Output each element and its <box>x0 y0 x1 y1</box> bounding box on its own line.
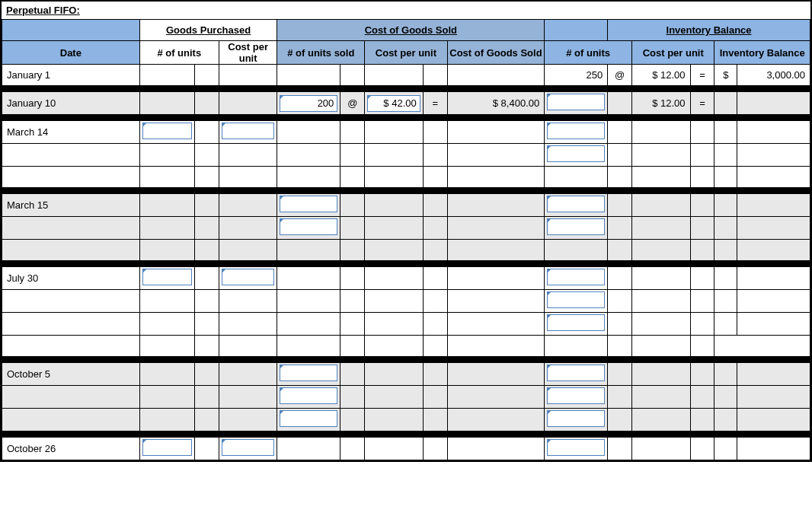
oct5-inv-units-1[interactable] <box>545 363 608 386</box>
oct26-gp-units[interactable] <box>139 438 194 460</box>
dollar-symbol: $ <box>714 65 737 86</box>
row-oct5-3 <box>2 409 810 431</box>
col-inv-cost: Cost per unit <box>632 41 714 65</box>
header-cogs: Cost of Goods Sold <box>277 20 545 41</box>
col-sold-cost: Cost per unit <box>365 41 447 65</box>
fifo-table: Goods Purchased Cost of Goods Sold Inven… <box>2 19 810 460</box>
col-gp-units: # of units <box>139 41 219 65</box>
jan10-sold-total: $ 8,400.00 <box>447 92 545 115</box>
date-jan1: January 1 <box>2 65 140 86</box>
row-mar15-2 <box>2 217 810 240</box>
oct5-inv-units-2[interactable] <box>545 386 608 409</box>
at-symbol: @ <box>608 65 632 86</box>
col-units-sold: # of units sold <box>277 41 365 65</box>
row-mar15-1: March 15 <box>2 194 810 217</box>
col-date: Date <box>2 41 140 65</box>
row-oct5-1: October 5 <box>2 363 810 386</box>
eq-symbol: = <box>690 92 714 115</box>
mar15-inv-units-1[interactable] <box>545 194 608 217</box>
jul30-inv-units-3[interactable] <box>545 313 608 336</box>
jan10-inv-units[interactable] <box>545 92 608 115</box>
mar15-sold-units-2[interactable] <box>277 217 340 240</box>
row-jul30-2 <box>2 290 810 313</box>
row-mar15-3 <box>2 240 810 261</box>
date-oct5: October 5 <box>2 363 140 386</box>
mar15-sold-units-1[interactable] <box>277 194 340 217</box>
row-mar14-1: March 14 <box>2 121 810 144</box>
oct26-gp-cost[interactable] <box>219 438 277 460</box>
jan1-inv-balance: 3,000.00 <box>737 65 810 86</box>
col-inv-units: # of units <box>545 41 632 65</box>
oct5-inv-units-3[interactable] <box>545 409 608 431</box>
oct5-sold-units-1[interactable] <box>277 363 340 386</box>
oct5-sold-units-2[interactable] <box>277 386 340 409</box>
fifo-worksheet: Perpetual FIFO: Goods Purchased Cost of … <box>0 0 812 462</box>
mar15-inv-units-2[interactable] <box>545 217 608 240</box>
col-cogs-total: Cost of Goods Sold <box>447 41 545 65</box>
date-jul30: July 30 <box>2 267 140 290</box>
col-gp-cost: Cost per unit <box>219 41 277 65</box>
at-symbol: @ <box>340 92 365 115</box>
eq-symbol: = <box>423 92 447 115</box>
header-goods-purchased: Goods Purchased <box>139 20 277 41</box>
oct5-sold-units-3[interactable] <box>277 409 340 431</box>
jan1-inv-units: 250 <box>545 65 608 86</box>
row-mar14-3 <box>2 167 810 188</box>
jul30-inv-units-2[interactable] <box>545 290 608 313</box>
date-mar14: March 14 <box>2 121 140 144</box>
header-inventory-balance: Inventory Balance <box>608 20 810 41</box>
jan1-inv-cost: $ 12.00 <box>632 65 691 86</box>
row-jul30-3 <box>2 313 810 336</box>
date-jan10: January 10 <box>2 92 140 115</box>
mar14-inv-units-2[interactable] <box>545 144 608 167</box>
jul30-gp-cost[interactable] <box>219 267 277 290</box>
jul30-inv-units-1[interactable] <box>545 267 608 290</box>
eq-symbol: = <box>690 65 714 86</box>
row-jul30-1: July 30 <box>2 267 810 290</box>
jan10-inv-cost: $ 12.00 <box>632 92 691 115</box>
date-oct26: October 26 <box>2 438 140 460</box>
oct26-inv-units[interactable] <box>545 438 608 460</box>
worksheet-title: Perpetual FIFO: <box>2 2 810 19</box>
row-jul30-4 <box>2 336 810 357</box>
header-spacer <box>545 20 608 41</box>
row-mar14-2 <box>2 144 810 167</box>
row-oct26: October 26 <box>2 438 810 460</box>
row-oct5-2 <box>2 386 810 409</box>
jan10-sold-cost[interactable]: $ 42.00 <box>365 92 424 115</box>
jul30-gp-units[interactable] <box>139 267 194 290</box>
col-inv-balance: Inventory Balance <box>714 41 810 65</box>
jan10-sold-units[interactable]: 200 <box>277 92 340 115</box>
mar14-gp-units[interactable] <box>139 121 194 144</box>
header-date-spacer <box>2 20 140 41</box>
row-jan10: January 10 200 @ $ 42.00 = $ 8,400.00 $ … <box>2 92 810 115</box>
date-mar15: March 15 <box>2 194 140 217</box>
mar14-inv-units-1[interactable] <box>545 121 608 144</box>
row-jan1: January 1 250 @ $ 12.00 = $ 3,000.00 <box>2 65 810 86</box>
mar14-gp-cost[interactable] <box>219 121 277 144</box>
